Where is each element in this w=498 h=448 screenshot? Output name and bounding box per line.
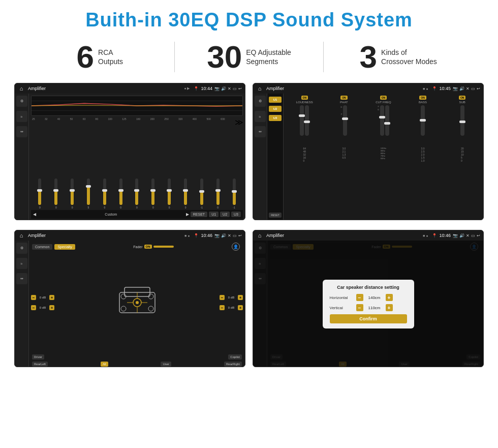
u3-btn-1[interactable]: U3	[231, 212, 241, 217]
horizontal-minus[interactable]: −	[356, 294, 363, 301]
eq-side-btn-2[interactable]: ≈	[16, 111, 27, 122]
x-icon-3[interactable]: ✕	[228, 233, 231, 238]
eq-slider-8[interactable]: 0	[162, 178, 177, 209]
eq-arrows[interactable]: ≫	[235, 117, 242, 127]
eq-slider-3[interactable]: 5	[81, 178, 97, 209]
db-minus-4[interactable]: −	[220, 305, 225, 310]
eq-slider-6[interactable]: 0	[129, 178, 145, 209]
time-1: 10:44	[201, 86, 212, 91]
bass-sliders	[421, 105, 425, 146]
horizontal-value: 140cm	[365, 295, 384, 300]
reset-btn-1[interactable]: RESET	[191, 212, 207, 217]
status-icons-1: 📷 🔊 ✕ ▭ ↩	[214, 86, 242, 91]
eq-slider-4[interactable]: 0	[97, 178, 112, 209]
copilot-btn-3[interactable]: Copilot	[228, 354, 242, 360]
prev-btn[interactable]: ◀	[33, 212, 36, 217]
eq-side-btn-2b[interactable]: ≈	[255, 111, 266, 122]
eq-slider-10[interactable]: -1	[194, 178, 209, 209]
loudness-on[interactable]: ON	[301, 96, 308, 100]
stat-crossover: 3 Kinds of Crossover Modes	[329, 41, 468, 73]
eq-labels: 25 32 40 50 63 80 100 125 160 200 250 32…	[31, 117, 243, 127]
speaker-area: − 0 dB + − 0 dB +	[29, 252, 245, 353]
db-plus-4[interactable]: +	[238, 305, 243, 310]
fader-on-badge[interactable]: ON	[144, 245, 152, 249]
eq-side-btn-1[interactable]: ⚙	[16, 96, 27, 107]
eq-side-btn-2c[interactable]: ⇔	[255, 126, 266, 137]
db-minus-2[interactable]: −	[31, 305, 36, 310]
eq-slider-12[interactable]: -1	[226, 178, 242, 209]
db-plus-2[interactable]: +	[49, 305, 54, 310]
db-plus-1[interactable]: +	[49, 295, 54, 300]
tab-common-3[interactable]: Common	[32, 244, 52, 250]
s3-btn-2[interactable]: ≈	[16, 258, 27, 269]
window-icon-4: ▭	[471, 233, 475, 238]
eq-slider-11[interactable]: 0	[210, 178, 226, 209]
eq-slider-1[interactable]: 0	[48, 178, 64, 209]
db-plus-3[interactable]: +	[238, 295, 243, 300]
home-icon-4[interactable]: ⌂	[256, 232, 263, 239]
vertical-minus[interactable]: −	[356, 304, 363, 311]
u2-btn-1[interactable]: U2	[220, 212, 230, 217]
back-icon-3[interactable]: ↩	[238, 233, 242, 238]
stat-rca-number: 6	[77, 41, 94, 73]
s3-btn-1[interactable]: ⚙	[16, 243, 27, 254]
u1-btn[interactable]: U1	[269, 97, 282, 103]
vertical-plus[interactable]: +	[386, 304, 393, 311]
tab-specialty-3[interactable]: Specialty	[54, 244, 75, 250]
rearleft-btn-3[interactable]: RearLeft	[32, 362, 48, 367]
horizontal-plus[interactable]: +	[386, 294, 393, 301]
home-icon-3[interactable]: ⌂	[18, 232, 25, 239]
u3-btn[interactable]: U3	[269, 115, 282, 121]
driver-btn-3[interactable]: Driver	[32, 354, 44, 360]
side-controls-2: ⚙ ≈ ⇔	[253, 94, 267, 220]
x-icon-2[interactable]: ✕	[466, 86, 470, 91]
back-icon-1[interactable]: ↩	[238, 86, 242, 91]
person-icon[interactable]: 👤	[232, 243, 240, 251]
screen1-content: ⚙ ≈ ⇔	[15, 94, 245, 220]
eq-slider-9[interactable]: 0	[178, 178, 194, 209]
sub-slider[interactable]	[460, 105, 464, 136]
bass-slider[interactable]	[421, 105, 425, 136]
vertical-value: 110cm	[365, 306, 384, 310]
home-icon[interactable]: ⌂	[18, 85, 25, 92]
sub-sliders	[460, 105, 464, 146]
eq-label-5: 80	[96, 117, 99, 127]
s3-btn-3[interactable]: ⇔	[16, 273, 27, 284]
next-btn[interactable]: ▶	[186, 212, 189, 217]
db-minus-1[interactable]: −	[31, 295, 36, 300]
eq-slider-7[interactable]: 0	[145, 178, 161, 209]
eq-slider-5[interactable]: 0	[113, 178, 129, 209]
u1-btn-1[interactable]: U1	[209, 212, 219, 217]
eq-slider-0[interactable]: 0	[32, 178, 48, 209]
cutfreq-slider-2[interactable]	[385, 105, 389, 136]
cutfreq-slider-1[interactable]	[380, 105, 384, 136]
loudness-slider-1[interactable]	[300, 105, 304, 136]
x-icon-1[interactable]: ✕	[228, 86, 231, 91]
rearright-btn-3[interactable]: RearRight	[224, 362, 242, 367]
phat-on[interactable]: ON	[340, 96, 348, 100]
db-minus-3[interactable]: −	[220, 295, 225, 300]
back-icon-4[interactable]: ↩	[477, 233, 480, 238]
eq-slider-2[interactable]: 0	[65, 178, 80, 209]
loudness-slider-2[interactable]	[305, 105, 309, 136]
preset-label: Custom	[38, 213, 184, 216]
cutfreq-on[interactable]: ON	[380, 96, 387, 100]
x-icon-4[interactable]: ✕	[466, 233, 470, 238]
u2-btn[interactable]: U2	[269, 106, 282, 112]
fader-slider[interactable]	[153, 246, 174, 248]
bottom-labels-3b: RearLeft All User RearRight	[29, 361, 245, 367]
eq-side-btn-3[interactable]: ⇔	[16, 126, 27, 137]
back-icon-2[interactable]: ↩	[477, 86, 480, 91]
eq-label-6: 100	[108, 117, 112, 127]
home-icon-2[interactable]: ⌂	[256, 85, 263, 92]
reset-btn-2[interactable]: RESET	[269, 213, 282, 218]
eq-side-btn-2a[interactable]: ⚙	[255, 96, 266, 107]
confirm-button[interactable]: Confirm	[330, 314, 407, 323]
bass-on[interactable]: ON	[419, 96, 426, 100]
all-btn-3[interactable]: All	[101, 362, 108, 367]
sub-title: SUB	[459, 101, 465, 104]
bass-scale: 3.02.52.01.51.0	[421, 147, 425, 162]
sub-on[interactable]: ON	[459, 96, 466, 100]
user-btn-3[interactable]: User	[161, 362, 171, 367]
phat-slider[interactable]	[343, 105, 347, 136]
